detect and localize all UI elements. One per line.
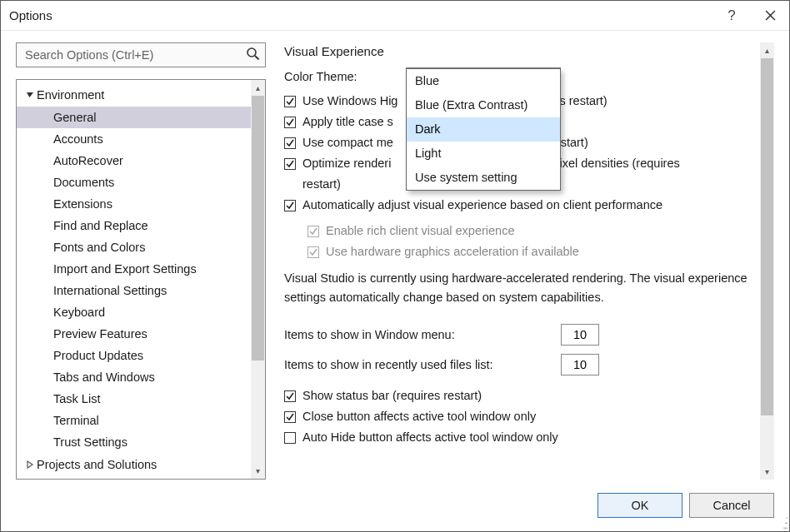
tree-leaf[interactable]: Keyboard xyxy=(17,301,251,323)
checkbox-icon xyxy=(308,226,319,237)
tree-node-projects[interactable]: Projects and Solutions xyxy=(17,453,251,476)
search-input[interactable] xyxy=(23,47,246,62)
checkbox-icon xyxy=(284,158,296,170)
tree-leaf[interactable]: Trust Settings xyxy=(17,431,251,453)
check-label-line2: restart) xyxy=(302,177,341,191)
search-icon xyxy=(246,47,260,63)
tree-leaf[interactable]: International Settings xyxy=(17,280,251,301)
checkbox-icon xyxy=(284,432,296,444)
tree-node-label: Projects and Solutions xyxy=(37,455,157,475)
check-autohide-active-tool[interactable]: Auto Hide button affects active tool win… xyxy=(284,427,760,448)
cancel-button[interactable]: Cancel xyxy=(689,493,774,518)
color-theme-dropdown[interactable]: BlueBlue (Extra Contrast)DarkLightUse sy… xyxy=(406,68,561,191)
tree-leaf[interactable]: General xyxy=(17,107,251,128)
help-button[interactable]: ? xyxy=(712,1,751,31)
check-label: Apply title case s xyxy=(302,112,393,132)
check-label: Automatically adjust visual experience b… xyxy=(302,195,662,216)
check-label: Close button affects active tool window … xyxy=(302,406,536,427)
tree-leaf[interactable]: Import and Export Settings xyxy=(17,258,251,280)
tree-node-label: Environment xyxy=(37,85,104,105)
theme-option[interactable]: Blue (Extra Contrast) xyxy=(407,93,560,117)
check-label: Optimize renderi xyxy=(302,157,391,170)
theme-option[interactable]: Light xyxy=(407,142,560,166)
ok-button[interactable]: OK xyxy=(598,493,682,518)
check-auto-visual-experience[interactable]: Automatically adjust visual experience b… xyxy=(284,195,760,216)
svg-point-0 xyxy=(248,48,256,57)
check-label: Use compact me xyxy=(302,136,393,149)
check-label: Use hardware graphics acceleration if av… xyxy=(326,241,579,262)
resize-grip-icon[interactable]: ............ xyxy=(782,514,787,529)
options-tree: Environment GeneralAccountsAutoRecoverDo… xyxy=(16,79,266,480)
tree-leaf[interactable]: Find and Replace xyxy=(17,215,251,236)
tree-leaf[interactable]: Product Updates xyxy=(17,345,251,366)
check-label: Show status bar (requires restart) xyxy=(302,385,482,406)
tree-node-environment[interactable]: Environment xyxy=(17,83,251,107)
theme-option[interactable]: Use system setting xyxy=(407,166,560,190)
scroll-track[interactable] xyxy=(760,58,774,464)
close-icon xyxy=(765,10,776,21)
num-label: Items to show in recently used files lis… xyxy=(284,352,561,377)
caret-right-icon xyxy=(23,460,37,469)
svg-line-1 xyxy=(255,56,259,60)
color-theme-label: Color Theme: xyxy=(284,67,406,87)
tree-leaf[interactable]: AutoRecover xyxy=(17,150,251,172)
window-title: Options xyxy=(9,8,712,22)
search-input-wrap[interactable] xyxy=(16,42,266,67)
scroll-thumb[interactable] xyxy=(252,96,264,360)
checkbox-icon xyxy=(284,117,296,128)
checkbox-icon xyxy=(284,200,296,211)
caret-down-icon xyxy=(23,91,37,99)
scroll-down-icon[interactable]: ▾ xyxy=(251,463,265,479)
tree-leaf[interactable]: Terminal xyxy=(17,410,251,431)
check-label: Use Windows Hig xyxy=(302,94,398,107)
check-tail: t pixel densities (requires xyxy=(546,157,679,170)
check-label: Auto Hide button affects active tool win… xyxy=(302,427,558,448)
check-rich-client: Enable rich client visual experience xyxy=(284,221,760,241)
scroll-thumb[interactable] xyxy=(761,58,773,415)
scroll-up-icon[interactable]: ▴ xyxy=(760,42,774,58)
theme-option[interactable]: Dark xyxy=(407,117,560,142)
tree-leaf[interactable]: Task List xyxy=(17,388,251,410)
theme-option[interactable]: Blue xyxy=(407,69,560,93)
scroll-up-icon[interactable]: ▴ xyxy=(251,80,265,96)
main-area: Environment GeneralAccountsAutoRecoverDo… xyxy=(1,31,789,480)
check-hardware-accel: Use hardware graphics acceleration if av… xyxy=(284,241,760,262)
check-status-bar[interactable]: Show status bar (requires restart) xyxy=(284,385,760,406)
settings-panel: Visual Experience Color Theme: Dark ⌄ Us… xyxy=(284,42,760,480)
checkbox-icon xyxy=(284,96,296,107)
tree-leaf[interactable]: Extensions xyxy=(17,193,251,215)
num-label: Items to show in Window menu: xyxy=(284,322,561,347)
tree-scrollbar[interactable]: ▴ ▾ xyxy=(251,80,265,479)
window-menu-items-input[interactable] xyxy=(561,324,599,346)
recent-files-items-row: Items to show in recently used files lis… xyxy=(284,352,760,377)
window-menu-items-row: Items to show in Window menu: xyxy=(284,322,760,347)
tree-leaf[interactable]: Documents xyxy=(17,172,251,193)
tree-leaf[interactable]: Tabs and Windows xyxy=(17,366,251,388)
tree-leaf[interactable]: Fonts and Colors xyxy=(17,236,251,258)
left-column: Environment GeneralAccountsAutoRecoverDo… xyxy=(16,42,266,480)
section-title: Visual Experience xyxy=(284,44,760,58)
check-close-active-tool[interactable]: Close button affects active tool window … xyxy=(284,406,760,427)
status-text: Visual Studio is currently using hardwar… xyxy=(284,269,760,307)
titlebar: Options ? xyxy=(1,1,789,31)
panel-scrollbar[interactable]: ▴ ▾ xyxy=(760,42,774,480)
checkbox-icon xyxy=(284,137,296,149)
check-label: Enable rich client visual experience xyxy=(326,221,515,241)
dialog-buttons: OK Cancel ............ xyxy=(1,480,789,531)
scroll-down-icon[interactable]: ▾ xyxy=(760,464,774,480)
checkbox-icon xyxy=(284,390,296,402)
close-button[interactable] xyxy=(751,1,789,31)
tree-leaf[interactable]: Preview Features xyxy=(17,323,251,345)
right-column: Visual Experience Color Theme: Dark ⌄ Us… xyxy=(266,42,774,480)
checkbox-icon xyxy=(308,246,319,258)
recent-files-items-input[interactable] xyxy=(561,354,599,375)
check-tail: es restart) xyxy=(552,94,607,107)
tree-body: Environment GeneralAccountsAutoRecoverDo… xyxy=(17,80,251,479)
checkbox-icon xyxy=(284,411,296,423)
tree-leaf[interactable]: Accounts xyxy=(17,128,251,150)
scroll-track[interactable] xyxy=(251,96,265,463)
